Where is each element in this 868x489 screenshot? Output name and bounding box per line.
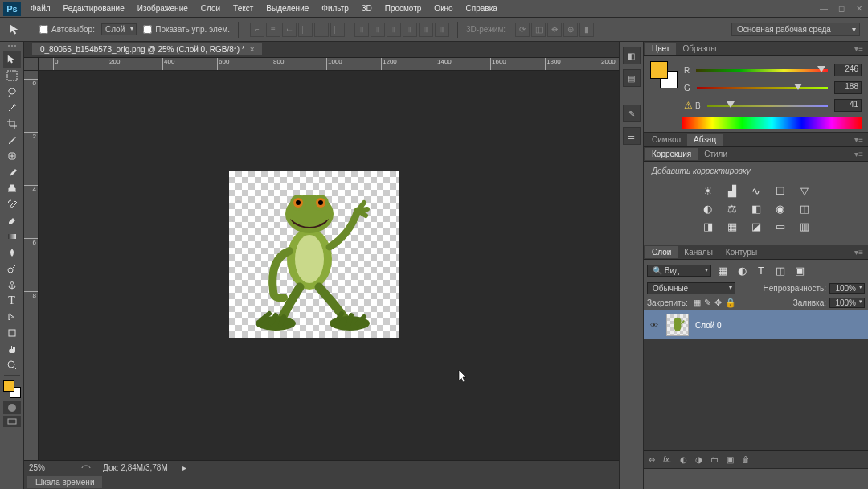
move-tool[interactable] [3, 51, 21, 68]
menu-выделение[interactable]: Выделение [260, 2, 315, 15]
mask-icon[interactable]: ◐ [680, 455, 687, 464]
minimize-button[interactable]: — [818, 3, 829, 14]
d3-4-icon[interactable]: ⊕ [563, 23, 578, 37]
play-icon[interactable]: ▸ [182, 463, 186, 472]
tab-layers[interactable]: Слои [645, 246, 678, 258]
marquee-tool[interactable] [3, 68, 21, 84]
panel-menu-icon[interactable]: ▾≡ [851, 135, 866, 144]
menu-редактирование[interactable]: Редактирование [57, 2, 131, 15]
tab-color[interactable]: Цвет [645, 43, 676, 55]
eraser-tool[interactable] [3, 212, 21, 228]
menu-файл[interactable]: Файл [24, 2, 57, 15]
actions-panel-icon[interactable]: ▤ [623, 69, 641, 87]
wand-tool[interactable] [3, 100, 21, 116]
fx-icon[interactable]: fx. [663, 455, 672, 464]
g-slider[interactable] [697, 84, 828, 92]
layer-name[interactable]: Слой 0 [695, 321, 722, 330]
close-tab-icon[interactable]: × [250, 45, 255, 54]
filter-smart-icon[interactable]: ▣ [792, 263, 808, 277]
stamp-tool[interactable] [3, 180, 21, 196]
healing-tool[interactable] [3, 148, 21, 164]
ruler-origin[interactable] [24, 58, 39, 71]
layer-row[interactable]: 👁 Слой 0 [644, 310, 868, 339]
layer-thumbnail[interactable] [666, 314, 689, 336]
dist-2-icon[interactable]: ⫴ [371, 23, 385, 37]
filter-adj-icon[interactable]: ◐ [734, 263, 750, 277]
link-layers-icon[interactable]: ⇔ [649, 455, 655, 464]
photo-filter-icon[interactable]: ◉ [772, 201, 788, 216]
align-left-icon[interactable]: ⎸ [298, 23, 313, 37]
exposure-icon[interactable]: ☐ [772, 183, 788, 198]
chmix-icon[interactable]: ◫ [796, 201, 813, 216]
maximize-button[interactable]: ◻ [836, 3, 847, 14]
fill-value[interactable]: 100% [829, 298, 865, 308]
blur-tool[interactable] [3, 244, 21, 261]
menu-изображение[interactable]: Изображение [131, 2, 194, 15]
workspace-select[interactable]: Основная рабочая среда [731, 23, 860, 36]
tab-channels[interactable]: Каналы [678, 246, 719, 258]
spectrum-bar[interactable] [682, 117, 862, 129]
dist-4-icon[interactable]: ⫴ [403, 23, 417, 37]
quickmask-button[interactable] [3, 401, 21, 414]
threshold-icon[interactable]: ◪ [748, 219, 764, 233]
d3-3-icon[interactable]: ✥ [547, 23, 562, 37]
align-bottom-icon[interactable]: ⌙ [282, 23, 297, 37]
menu-просмотр[interactable]: Просмотр [379, 2, 428, 15]
levels-icon[interactable]: ▟ [724, 183, 740, 198]
history-panel-icon[interactable]: ◧ [623, 47, 641, 64]
ruler-vertical[interactable]: 02468 [24, 71, 39, 460]
dodge-tool[interactable] [3, 261, 21, 277]
panel-menu-icon[interactable]: ▾≡ [851, 44, 866, 53]
menu-фильтр[interactable]: Фильтр [315, 2, 355, 15]
new-group-icon[interactable]: 🗀 [710, 455, 719, 464]
b-slider[interactable] [707, 101, 828, 109]
align-right-icon[interactable]: ⎸ [330, 23, 345, 37]
canvas-viewport[interactable] [39, 71, 619, 460]
lock-move-icon[interactable]: ✥ [714, 298, 722, 308]
shape-tool[interactable] [3, 325, 21, 341]
delete-layer-icon[interactable]: 🗑 [742, 455, 750, 464]
menu-текст[interactable]: Текст [227, 2, 260, 15]
g-value[interactable]: 188 [834, 81, 862, 94]
b-value[interactable]: 41 [834, 99, 862, 112]
layer-filter-select[interactable]: 🔍 Вид [647, 265, 711, 277]
tab-paragraph[interactable]: Абзац [687, 134, 723, 146]
menu-окно[interactable]: Окно [428, 2, 459, 15]
invert-icon[interactable]: ◨ [700, 219, 716, 233]
history-brush-tool[interactable] [3, 196, 21, 212]
canvas[interactable] [229, 171, 399, 338]
crop-tool[interactable] [3, 116, 21, 132]
dist-5-icon[interactable]: ⫴ [419, 23, 433, 37]
brushes-panel-icon[interactable]: ✎ [623, 105, 641, 122]
filter-type-icon[interactable]: T [753, 263, 769, 277]
gamut-warning-icon[interactable]: ⚠ [684, 100, 694, 111]
dist-1-icon[interactable]: ⫴ [354, 23, 369, 37]
doc-info[interactable]: Док: 2,84M/3,78M [103, 463, 168, 472]
lock-pixels-icon[interactable]: ▦ [693, 298, 701, 308]
visibility-toggle-icon[interactable]: 👁 [649, 321, 660, 330]
brightness-icon[interactable]: ☀ [700, 183, 716, 198]
type-tool[interactable]: T [3, 293, 21, 309]
color-swatch-pair[interactable] [650, 61, 678, 88]
menu-слои[interactable]: Слои [194, 2, 227, 15]
show-controls-checkbox[interactable]: Показать упр. элем. [143, 25, 230, 34]
balance-icon[interactable]: ⚖ [724, 201, 740, 216]
align-top-icon[interactable]: ⌐ [250, 23, 264, 37]
dist-6-icon[interactable]: ⫴ [435, 23, 449, 37]
lock-all-icon[interactable]: 🔒 [725, 298, 736, 308]
presets-panel-icon[interactable]: ☰ [623, 127, 641, 145]
tab-paths[interactable]: Контуры [719, 246, 764, 258]
ruler-horizontal[interactable]: 0200400600800100012001400160018002000 [39, 58, 619, 71]
zoom-tool[interactable] [3, 357, 21, 373]
curves-icon[interactable]: ∿ [748, 183, 764, 198]
rotate-view-icon[interactable] [80, 464, 92, 472]
tab-adjustments[interactable]: Коррекция [645, 148, 698, 160]
lock-brush-icon[interactable]: ✎ [704, 298, 711, 308]
tab-styles[interactable]: Стили [698, 148, 734, 160]
d3-1-icon[interactable]: ⟳ [515, 23, 530, 37]
color-swatches[interactable] [3, 380, 21, 398]
posterize-icon[interactable]: ▦ [724, 219, 740, 233]
align-hcenter-icon[interactable]: ⎹ [314, 23, 329, 37]
align-vcenter-icon[interactable]: ≡ [266, 23, 280, 37]
pen-tool[interactable] [3, 277, 21, 293]
